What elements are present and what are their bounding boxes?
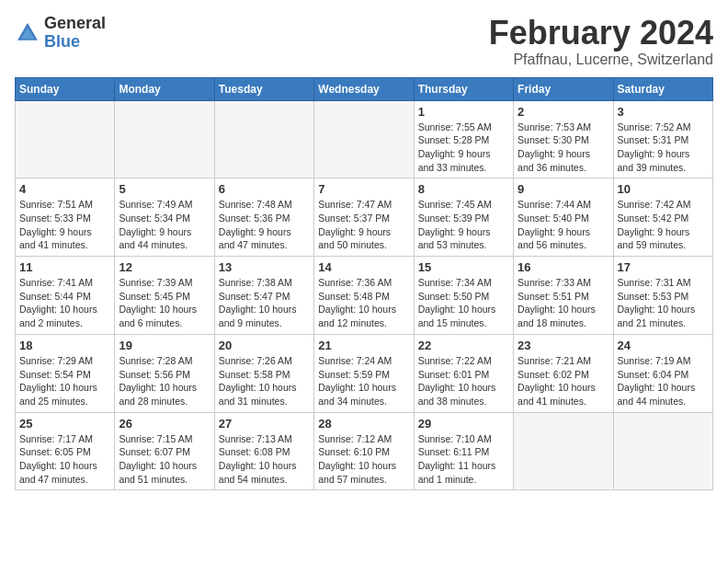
day-number: 23 xyxy=(518,339,609,352)
calendar-cell: 17Sunrise: 7:31 AM Sunset: 5:53 PM Dayli… xyxy=(613,257,712,335)
logo: General Blue xyxy=(15,15,106,52)
day-number: 2 xyxy=(518,105,609,119)
day-number: 21 xyxy=(318,339,409,352)
day-detail: Sunrise: 7:39 AM Sunset: 5:45 PM Dayligh… xyxy=(119,276,210,330)
calendar-cell: 6Sunrise: 7:48 AM Sunset: 5:36 PM Daylig… xyxy=(214,178,313,257)
day-detail: Sunrise: 7:38 AM Sunset: 5:47 PM Dayligh… xyxy=(219,276,310,330)
calendar-cell xyxy=(115,100,214,178)
calendar-cell: 4Sunrise: 7:51 AM Sunset: 5:33 PM Daylig… xyxy=(16,178,115,257)
day-number: 26 xyxy=(119,417,210,431)
day-detail: Sunrise: 7:29 AM Sunset: 5:54 PM Dayligh… xyxy=(19,354,110,408)
calendar-cell: 29Sunrise: 7:10 AM Sunset: 6:11 PM Dayli… xyxy=(414,412,513,490)
logo-icon xyxy=(15,20,40,46)
day-number: 11 xyxy=(19,260,110,274)
calendar-cell: 5Sunrise: 7:49 AM Sunset: 5:34 PM Daylig… xyxy=(115,178,214,257)
day-detail: Sunrise: 7:28 AM Sunset: 5:56 PM Dayligh… xyxy=(119,354,210,408)
column-header-sunday: Sunday xyxy=(16,77,115,100)
day-detail: Sunrise: 7:52 AM Sunset: 5:31 PM Dayligh… xyxy=(618,121,709,175)
calendar-cell: 7Sunrise: 7:47 AM Sunset: 5:37 PM Daylig… xyxy=(314,178,414,257)
day-number: 7 xyxy=(318,182,409,196)
day-detail: Sunrise: 7:36 AM Sunset: 5:48 PM Dayligh… xyxy=(318,276,409,330)
day-number: 10 xyxy=(618,182,709,196)
calendar-cell: 14Sunrise: 7:36 AM Sunset: 5:48 PM Dayli… xyxy=(314,257,414,335)
day-number: 22 xyxy=(418,339,509,352)
calendar-cell: 11Sunrise: 7:41 AM Sunset: 5:44 PM Dayli… xyxy=(16,257,115,335)
calendar-week-3: 11Sunrise: 7:41 AM Sunset: 5:44 PM Dayli… xyxy=(16,257,713,335)
calendar-cell: 2Sunrise: 7:53 AM Sunset: 5:30 PM Daylig… xyxy=(514,100,613,178)
calendar-cell: 9Sunrise: 7:44 AM Sunset: 5:40 PM Daylig… xyxy=(514,178,613,257)
day-detail: Sunrise: 7:26 AM Sunset: 5:58 PM Dayligh… xyxy=(219,354,310,408)
calendar-cell: 10Sunrise: 7:42 AM Sunset: 5:42 PM Dayli… xyxy=(613,178,712,257)
calendar-cell: 28Sunrise: 7:12 AM Sunset: 6:10 PM Dayli… xyxy=(314,412,414,490)
day-detail: Sunrise: 7:33 AM Sunset: 5:51 PM Dayligh… xyxy=(518,276,609,330)
day-detail: Sunrise: 7:49 AM Sunset: 5:34 PM Dayligh… xyxy=(119,198,210,252)
day-detail: Sunrise: 7:45 AM Sunset: 5:39 PM Dayligh… xyxy=(418,198,509,252)
column-header-wednesday: Wednesday xyxy=(314,77,414,100)
day-number: 4 xyxy=(19,182,110,196)
calendar-cell: 21Sunrise: 7:24 AM Sunset: 5:59 PM Dayli… xyxy=(314,334,414,412)
day-number: 20 xyxy=(219,339,310,352)
day-number: 17 xyxy=(618,260,709,274)
day-detail: Sunrise: 7:22 AM Sunset: 6:01 PM Dayligh… xyxy=(418,354,509,408)
day-detail: Sunrise: 7:48 AM Sunset: 5:36 PM Dayligh… xyxy=(219,198,310,252)
day-number: 6 xyxy=(219,182,310,196)
day-detail: Sunrise: 7:21 AM Sunset: 6:02 PM Dayligh… xyxy=(518,354,609,408)
day-number: 13 xyxy=(219,260,310,274)
calendar-cell xyxy=(214,100,313,178)
title-block: February 2024 Pfaffnau, Lucerne, Switzer… xyxy=(489,15,713,68)
calendar-cell: 3Sunrise: 7:52 AM Sunset: 5:31 PM Daylig… xyxy=(613,100,712,178)
calendar-cell: 23Sunrise: 7:21 AM Sunset: 6:02 PM Dayli… xyxy=(514,334,613,412)
day-number: 3 xyxy=(618,105,709,119)
day-detail: Sunrise: 7:24 AM Sunset: 5:59 PM Dayligh… xyxy=(318,354,409,408)
calendar-header-row: SundayMondayTuesdayWednesdayThursdayFrid… xyxy=(16,77,713,100)
calendar-table: SundayMondayTuesdayWednesdayThursdayFrid… xyxy=(15,77,713,491)
calendar-week-5: 25Sunrise: 7:17 AM Sunset: 6:05 PM Dayli… xyxy=(16,412,713,490)
column-header-tuesday: Tuesday xyxy=(214,77,313,100)
calendar-week-4: 18Sunrise: 7:29 AM Sunset: 5:54 PM Dayli… xyxy=(16,334,713,412)
day-detail: Sunrise: 7:51 AM Sunset: 5:33 PM Dayligh… xyxy=(19,198,110,252)
day-detail: Sunrise: 7:34 AM Sunset: 5:50 PM Dayligh… xyxy=(418,276,509,330)
day-detail: Sunrise: 7:12 AM Sunset: 6:10 PM Dayligh… xyxy=(318,432,409,487)
day-detail: Sunrise: 7:15 AM Sunset: 6:07 PM Dayligh… xyxy=(119,432,210,487)
day-number: 29 xyxy=(418,417,509,431)
calendar-cell: 13Sunrise: 7:38 AM Sunset: 5:47 PM Dayli… xyxy=(214,257,313,335)
day-detail: Sunrise: 7:55 AM Sunset: 5:28 PM Dayligh… xyxy=(418,121,509,175)
calendar-cell: 16Sunrise: 7:33 AM Sunset: 5:51 PM Dayli… xyxy=(514,257,613,335)
calendar-week-2: 4Sunrise: 7:51 AM Sunset: 5:33 PM Daylig… xyxy=(16,178,713,257)
page-header: General Blue February 2024 Pfaffnau, Luc… xyxy=(15,15,713,68)
calendar-cell xyxy=(16,100,115,178)
day-detail: Sunrise: 7:10 AM Sunset: 6:11 PM Dayligh… xyxy=(418,432,509,487)
day-detail: Sunrise: 7:47 AM Sunset: 5:37 PM Dayligh… xyxy=(318,198,409,252)
day-number: 25 xyxy=(19,417,110,431)
calendar-cell: 18Sunrise: 7:29 AM Sunset: 5:54 PM Dayli… xyxy=(16,334,115,412)
calendar-cell: 8Sunrise: 7:45 AM Sunset: 5:39 PM Daylig… xyxy=(414,178,513,257)
day-number: 12 xyxy=(119,260,210,274)
day-detail: Sunrise: 7:42 AM Sunset: 5:42 PM Dayligh… xyxy=(618,198,709,252)
day-detail: Sunrise: 7:53 AM Sunset: 5:30 PM Dayligh… xyxy=(518,121,609,175)
calendar-cell: 22Sunrise: 7:22 AM Sunset: 6:01 PM Dayli… xyxy=(414,334,513,412)
day-number: 28 xyxy=(318,417,409,431)
day-number: 15 xyxy=(418,260,509,274)
day-number: 8 xyxy=(418,182,509,196)
column-header-saturday: Saturday xyxy=(613,77,712,100)
calendar-week-1: 1Sunrise: 7:55 AM Sunset: 5:28 PM Daylig… xyxy=(16,100,713,178)
calendar-cell: 25Sunrise: 7:17 AM Sunset: 6:05 PM Dayli… xyxy=(16,412,115,490)
calendar-cell xyxy=(314,100,414,178)
day-number: 27 xyxy=(219,417,310,431)
day-number: 9 xyxy=(518,182,609,196)
column-header-friday: Friday xyxy=(514,77,613,100)
logo-text: General Blue xyxy=(44,15,106,52)
calendar-cell: 12Sunrise: 7:39 AM Sunset: 5:45 PM Dayli… xyxy=(115,257,214,335)
day-detail: Sunrise: 7:31 AM Sunset: 5:53 PM Dayligh… xyxy=(618,276,709,330)
calendar-cell: 19Sunrise: 7:28 AM Sunset: 5:56 PM Dayli… xyxy=(115,334,214,412)
calendar-title: February 2024 xyxy=(489,15,713,52)
day-detail: Sunrise: 7:44 AM Sunset: 5:40 PM Dayligh… xyxy=(518,198,609,252)
calendar-cell xyxy=(514,412,613,490)
column-header-monday: Monday xyxy=(115,77,214,100)
calendar-cell: 15Sunrise: 7:34 AM Sunset: 5:50 PM Dayli… xyxy=(414,257,513,335)
calendar-cell: 1Sunrise: 7:55 AM Sunset: 5:28 PM Daylig… xyxy=(414,100,513,178)
day-number: 24 xyxy=(618,339,709,352)
day-number: 19 xyxy=(119,339,210,352)
day-detail: Sunrise: 7:13 AM Sunset: 6:08 PM Dayligh… xyxy=(219,432,310,487)
day-detail: Sunrise: 7:17 AM Sunset: 6:05 PM Dayligh… xyxy=(19,432,110,487)
